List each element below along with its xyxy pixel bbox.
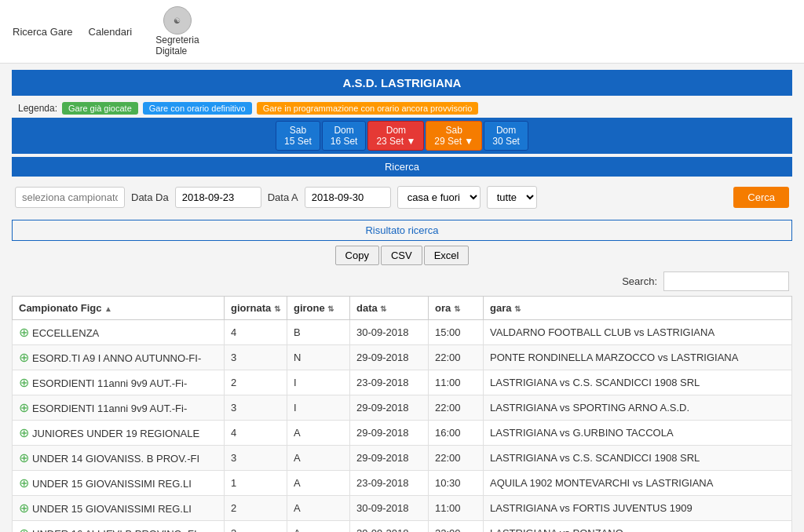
date-btn-30set[interactable]: Dom30 Set bbox=[484, 121, 528, 151]
sort-girone-icon: ⇅ bbox=[327, 304, 334, 313]
col-campionato[interactable]: Campionato Figc ▲ bbox=[13, 297, 225, 320]
cell-giornata: 3 bbox=[225, 446, 287, 471]
cell-giornata: 2 bbox=[225, 496, 287, 521]
col-data-label: data bbox=[356, 302, 378, 314]
cell-campionato: ⊕UNDER 15 GIOVANISSIMI REG.LI bbox=[13, 471, 225, 496]
nav-ricerca-gare[interactable]: Ricerca Gare bbox=[13, 26, 73, 38]
cell-data: 30-09-2018 bbox=[350, 496, 429, 521]
campionato-value: ESORDIENTI 11anni 9v9 AUT.-Fi- bbox=[32, 403, 187, 414]
action-buttons: Copy CSV Excel bbox=[12, 246, 792, 265]
col-data[interactable]: data ⇅ bbox=[350, 297, 429, 320]
expand-icon[interactable]: ⊕ bbox=[19, 426, 29, 439]
data-da-input[interactable] bbox=[175, 187, 261, 208]
expand-icon[interactable]: ⊕ bbox=[19, 527, 29, 532]
sort-campionato-icon: ▲ bbox=[104, 304, 112, 313]
legend-orange: Gare in programmazione con orario ancora… bbox=[257, 102, 479, 115]
cell-campionato: ⊕ESORDIENTI 11anni 9v9 AUT.-Fi- bbox=[13, 370, 225, 395]
sort-gara-icon: ⇅ bbox=[514, 304, 521, 313]
expand-icon[interactable]: ⊕ bbox=[19, 351, 29, 364]
cell-data: 23-09-2018 bbox=[350, 370, 429, 395]
logo-icon: ☯ bbox=[163, 6, 192, 35]
cell-gara: VALDARNO FOOTBALL CLUB vs LASTRIGIANA bbox=[484, 320, 792, 345]
logo-label: SegreteriaDigitale bbox=[155, 35, 199, 56]
table-row[interactable]: ⊕UNDER 15 GIOVANISSIMI REG.LI2A30-09-201… bbox=[13, 496, 792, 521]
cell-data: 29-09-2018 bbox=[350, 446, 429, 471]
cell-ora: 10:30 bbox=[429, 471, 484, 496]
category-select[interactable]: tutte bbox=[487, 186, 537, 209]
cell-giornata: 3 bbox=[225, 395, 287, 421]
cell-ora: 22:00 bbox=[429, 521, 484, 533]
table-row[interactable]: ⊕ESORDIENTI 11anni 9v9 AUT.-Fi-3I29-09-2… bbox=[13, 395, 792, 421]
cell-campionato: ⊕ECCELLENZA bbox=[13, 320, 225, 345]
cell-giornata: 3 bbox=[225, 521, 287, 533]
cell-campionato: ⊕ESORDIENTI 11anni 9v9 AUT.-Fi- bbox=[13, 395, 225, 421]
cell-giornata: 4 bbox=[225, 320, 287, 345]
csv-button[interactable]: CSV bbox=[381, 246, 422, 265]
table-row[interactable]: ⊕ESORDIENTI 11anni 9v9 AUT.-Fi-2I23-09-2… bbox=[13, 370, 792, 395]
cell-data: 29-09-2018 bbox=[350, 521, 429, 533]
col-girone-label: girone bbox=[294, 302, 325, 314]
date-btn-15set[interactable]: Sab15 Set bbox=[276, 121, 320, 151]
result-title: Risultato ricerca bbox=[365, 224, 438, 236]
expand-icon[interactable]: ⊕ bbox=[19, 376, 29, 389]
date-navigation: Sab15 Set Dom16 Set Dom23 Set ▼ Sab29 Se… bbox=[12, 118, 792, 154]
col-ora[interactable]: ora ⇅ bbox=[429, 297, 484, 320]
legend-green: Gare già giocate bbox=[62, 102, 138, 115]
cell-campionato: ⊕JUNIORES UNDER 19 REGIONALE bbox=[13, 421, 225, 446]
expand-icon[interactable]: ⊕ bbox=[19, 401, 29, 414]
cell-gara: LASTRIGIANA vs G.URBINO TACCOLA bbox=[484, 421, 792, 446]
expand-icon[interactable]: ⊕ bbox=[19, 501, 29, 515]
legend-bar: Legenda: Gare già giocate Gare con orari… bbox=[12, 99, 792, 118]
cell-girone: A bbox=[287, 521, 350, 533]
campionato-value: UNDER 16 ALLIEVI B PROVINC.-FI bbox=[32, 528, 197, 532]
cell-data: 29-09-2018 bbox=[350, 395, 429, 421]
cell-girone: B bbox=[287, 320, 350, 345]
cell-girone: A bbox=[287, 496, 350, 521]
table-search-input[interactable] bbox=[663, 271, 789, 291]
expand-icon[interactable]: ⊕ bbox=[19, 451, 29, 465]
table-row[interactable]: ⊕JUNIORES UNDER 19 REGIONALE4A29-09-2018… bbox=[13, 421, 792, 446]
cell-giornata: 4 bbox=[225, 421, 287, 446]
cell-girone: N bbox=[287, 345, 350, 370]
data-a-input[interactable] bbox=[305, 187, 391, 208]
result-section-header[interactable]: Risultato ricerca bbox=[12, 220, 792, 241]
table-row[interactable]: ⊕UNDER 16 ALLIEVI B PROVINC.-FI3A29-09-2… bbox=[13, 521, 792, 533]
expand-icon[interactable]: ⊕ bbox=[19, 326, 29, 339]
col-gara[interactable]: gara ⇅ bbox=[484, 297, 792, 320]
cell-data: 23-09-2018 bbox=[350, 471, 429, 496]
nav-calendari[interactable]: Calendari bbox=[89, 26, 133, 38]
sort-data-icon: ⇅ bbox=[380, 304, 386, 313]
col-giornata-label: giornata bbox=[231, 302, 271, 314]
date-btn-16set[interactable]: Dom16 Set bbox=[322, 121, 367, 151]
location-select[interactable]: casa e fuori casa fuori bbox=[397, 186, 481, 209]
col-giornata[interactable]: giornata ⇅ bbox=[225, 297, 287, 320]
table-row[interactable]: ⊕UNDER 14 GIOVANISS. B PROV.-FI3A29-09-2… bbox=[13, 446, 792, 471]
table-row[interactable]: ⊕ECCELLENZA4B30-09-201815:00VALDARNO FOO… bbox=[13, 320, 792, 345]
table-row[interactable]: ⊕ESORD.TI A9 I ANNO AUTUNNO-FI-3N29-09-2… bbox=[13, 345, 792, 370]
cell-data: 30-09-2018 bbox=[350, 320, 429, 345]
table-row[interactable]: ⊕UNDER 15 GIOVANISSIMI REG.LI1A23-09-201… bbox=[13, 471, 792, 496]
cell-ora: 11:00 bbox=[429, 496, 484, 521]
ricerca-section-header[interactable]: Ricerca bbox=[12, 157, 792, 177]
campionato-input[interactable] bbox=[15, 187, 125, 208]
cell-ora: 22:00 bbox=[429, 395, 484, 421]
cell-ora: 22:00 bbox=[429, 446, 484, 471]
campionato-value: ECCELLENZA bbox=[32, 327, 99, 339]
expand-icon[interactable]: ⊕ bbox=[19, 476, 29, 490]
cell-campionato: ⊕UNDER 16 ALLIEVI B PROVINC.-FI bbox=[13, 521, 225, 533]
col-girone[interactable]: girone ⇅ bbox=[287, 297, 350, 320]
date-btn-23set[interactable]: Dom23 Set ▼ bbox=[367, 121, 424, 151]
logo-area: ☯ SegreteriaDigitale bbox=[155, 6, 199, 56]
table-search-bar: Search: bbox=[12, 271, 792, 291]
data-da-label: Data Da bbox=[131, 191, 169, 203]
cell-gara: LASTRIGIANA vs C.S. SCANDICCI 1908 SRL bbox=[484, 370, 792, 395]
cell-girone: I bbox=[287, 395, 350, 421]
date-btn-29set[interactable]: Sab29 Set ▼ bbox=[426, 121, 482, 151]
cerca-button[interactable]: Cerca bbox=[733, 187, 789, 208]
excel-button[interactable]: Excel bbox=[424, 246, 470, 265]
copy-button[interactable]: Copy bbox=[335, 246, 379, 265]
campionato-value: JUNIORES UNDER 19 REGIONALE bbox=[32, 428, 199, 439]
cell-gara: LASTRIGIANA vs PONZANO bbox=[484, 521, 792, 533]
campionato-value: UNDER 15 GIOVANISSIMI REG.LI bbox=[32, 503, 192, 515]
campionato-value: ESORDIENTI 11anni 9v9 AUT.-Fi- bbox=[32, 377, 187, 389]
